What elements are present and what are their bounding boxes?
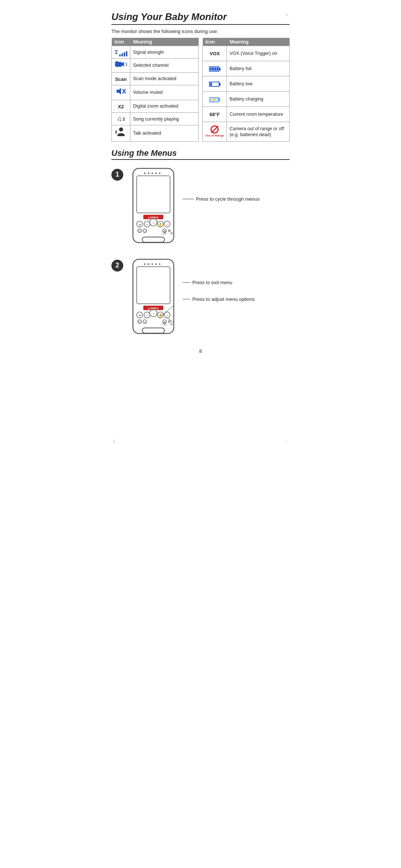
camera-svg [114,60,125,68]
out-of-range-icon: Out of Range [205,125,224,138]
device-1-container: LOREX ★ ≡ ♫ 👶 ▷ [129,167,260,249]
volume-muted-meaning: Volume muted [130,85,199,100]
signal-strength-icon: 𝕿 [114,49,127,56]
battery-tip-full [219,68,221,70]
song-num: 2 [123,116,125,122]
bar2 [121,53,123,56]
svg-rect-37 [142,237,164,242]
antenna-part: 𝕿 [114,49,118,56]
device-1-labels: Press to cycle through menus [183,167,260,202]
right-icon-table: Icon Meaning VOX VOX (Voice Trigger) on [202,38,290,142]
battery-low-meaning: Battery low [227,76,290,91]
corner-mark-tl: ⌐ [113,13,115,17]
svg-point-17 [159,172,160,174]
low-seg [210,83,212,86]
music-note: ♫ [117,115,122,123]
digital-zoom-meaning: Digital zoom activated [130,100,199,112]
digital-zoom-icon: X2 [118,104,124,109]
svg-marker-5 [117,88,121,95]
table-row: 1 Selected channel [112,59,199,72]
svg-text:LINK: LINK [162,233,167,235]
monitor-device-2: LOREX ★ ≡ ♫ 👶 ▷ [129,257,177,340]
battery-low-icon [209,82,221,87]
svg-text:♫: ♫ [152,312,155,315]
talk-activated-cell [112,125,130,141]
svg-text:Q: Q [144,321,146,323]
bar4 [126,51,127,56]
svg-text:▷: ▷ [166,223,169,226]
battery-charging-meaning: Battery charging [227,91,290,106]
press-cycle-text: Press to cycle through menus [196,196,260,202]
device-2-labels: Press to exit menu Press to adjust menu … [183,257,255,302]
left-header-icon: Icon [112,38,130,46]
table-row: VOX VOX (Voice Trigger) on [203,46,290,61]
charging-body: ⚡ [209,97,219,102]
monitor-svg-2: LOREX ★ ≡ ♫ 👶 ▷ [129,257,177,339]
battery-low-cell [203,76,227,91]
svg-point-4 [117,63,119,65]
corner-mark-tr: ¬ [286,13,288,17]
out-of-range-cell: Out of Range [203,122,227,141]
out-of-range-meaning: Camera out of range or off (e.g. batteri… [227,122,290,141]
monitor-device-1: LOREX ★ ≡ ♫ 👶 ▷ [129,167,177,249]
svg-point-13 [144,172,146,174]
digital-zoom-cell: X2 [112,100,130,112]
right-header-meaning: Meaning [227,38,290,46]
corner-mark-bl: L [113,439,115,443]
svg-marker-1 [122,62,124,66]
page-title: Using Your Baby Monitor [111,11,290,25]
press-exit-text: Press to exit menu [192,280,232,285]
svg-point-15 [151,172,153,174]
left-header-meaning: Meaning [130,38,199,46]
battery-charging-cell: ⚡ [203,91,227,106]
step-2-circle: 2 [111,260,123,272]
svg-point-46 [159,263,160,265]
table-row: Scan Scan mode activated [112,72,199,85]
bar1 [119,55,121,56]
charging-tip [219,98,220,101]
battery-full-meaning: Battery full [227,61,290,76]
label-exit-menu: Press to exit menu [183,280,255,285]
battery-full-icon [209,66,221,72]
arrow-1 [183,199,194,199]
press-adjust-text: Press to adjust menu options [192,296,255,302]
table-row: 68°F Current room temperature [203,106,290,122]
table-row: ⚡ Battery charging [203,91,290,106]
scan-mode-cell: Scan [112,72,130,85]
vox-cell: VOX [203,46,227,61]
seg3 [214,68,216,70]
page-number: 8 [111,348,290,354]
svg-rect-66 [142,328,164,333]
volume-muted-icon [116,87,126,95]
vox-icon: VOX [209,51,219,56]
song-playing-cell: ♫ 2 [112,112,130,125]
temp-icon: 68°F [209,112,220,117]
step-1-circle: 1 [111,169,123,181]
out-of-range-label: Out of Range [205,134,224,138]
temp-cell: 68°F [203,106,227,122]
seg2 [212,68,214,70]
battery-charging-icon: ⚡ [209,97,220,102]
monitor-svg-1: LOREX ★ ≡ ♫ 👶 ▷ [129,167,177,248]
battery-body-low [209,82,219,87]
label-adjust-menu: Press to adjust menu options [183,296,255,302]
no-symbol [211,125,219,134]
bars-part [119,51,127,56]
intro-text: The monitor shows the following icons du… [111,29,290,34]
svg-point-43 [148,263,149,265]
svg-text:★: ★ [138,314,141,317]
temp-meaning: Current room temperature [227,106,290,122]
signal-meaning: Signal strength [130,46,199,59]
arrow-2b [183,299,190,299]
table-row: Talk activated [112,125,199,141]
battery-tip-low [219,83,221,86]
label-press-cycle: Press to cycle through menus [183,196,260,202]
table-row: 𝕿 Signal strength [112,46,199,59]
device-section-2: 2 LOREX [111,257,290,340]
corner-mark-br: ⌐ [286,439,288,443]
table-row: Out of Range Camera out of range or off … [203,122,290,141]
svg-text:🔍: 🔍 [138,320,141,324]
table-row: Volume muted [112,85,199,100]
svg-text:⏻: ⏻ [163,230,166,233]
table-row: Battery low [203,76,290,91]
